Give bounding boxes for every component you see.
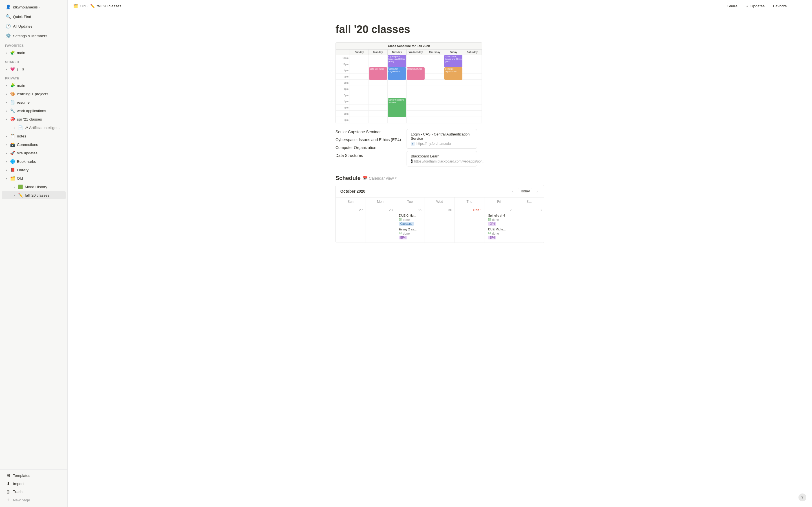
sidebar-item-mood-history[interactable]: ▸ 🟩 Mood History [2, 183, 66, 191]
expand-arrow-spr21[interactable]: ▾ [4, 117, 9, 122]
sidebar-item-library[interactable]: ▸ 📕 Library [2, 166, 66, 174]
sidebar-item-connections[interactable]: ▸ 🗃️ Connections [2, 140, 66, 149]
cal-cell-2[interactable]: 2 Spinello ch4 ☑ done EP4 DUE Midte... [485, 206, 514, 243]
expand-arrow-notes[interactable]: ▸ [4, 133, 9, 138]
cell-wed-1: Data Structures [407, 67, 425, 73]
expand-arrow-old[interactable]: ▾ [4, 176, 9, 181]
expand-arrow-learning[interactable]: ▸ [4, 91, 9, 96]
essay-check: ☑ [399, 231, 402, 235]
sidebar-item-fall20-classes[interactable]: ▸ ✏️ fall '20 classes [2, 191, 66, 199]
expand-arrow-bookmarks[interactable]: ▸ [4, 159, 9, 164]
cal-event-spinello[interactable]: Spinello ch4 ☑ done EP4 [487, 213, 511, 226]
expand-arrow-connections[interactable]: ▸ [4, 142, 9, 147]
link-datastructs[interactable]: Data Structures [336, 153, 401, 158]
expand-arrow-main-private[interactable]: ▸ [4, 83, 9, 88]
sidebar-user[interactable]: 👤 idkwhojamesis ◦ [2, 3, 66, 11]
sidebar-item-resume[interactable]: ▸ 🗒️ resume [2, 98, 66, 106]
calendar-next-btn[interactable]: › [535, 188, 539, 194]
settings-label: Settings & Members [13, 34, 47, 38]
sidebar-item-quick-find[interactable]: 🔍 Quick Find [2, 12, 66, 21]
sidebar-item-spr21[interactable]: ▾ 🎯 spr '21 classes [2, 115, 66, 123]
resume-icon: 🗒️ [10, 100, 15, 105]
updates-button[interactable]: ✓ Updates [744, 3, 767, 9]
cal-cell-3[interactable]: 3 [514, 206, 544, 243]
sidebar-item-j-plus-s[interactable]: ▸ 💗 j + s [2, 65, 66, 73]
cell-sun-2 [350, 73, 369, 80]
cal-cell-28[interactable]: 28 [365, 206, 395, 243]
cal-cell-29[interactable]: 29 DUE Critiq... ☑ done Capstone Essay 2… [395, 206, 425, 243]
cell-thu-7 [425, 105, 444, 111]
expand-arrow-resume[interactable]: ▸ [4, 100, 9, 105]
expand-arrow-fall20[interactable]: ▸ [12, 193, 17, 198]
cal-event-essay[interactable]: Essay 2 as... ☑ done EP4 [398, 227, 422, 240]
trash-icon: 🗑 [5, 489, 11, 494]
cal-cell-oct1[interactable]: Oct 1 [455, 206, 485, 243]
cal-cell-27[interactable]: 27 [336, 206, 365, 243]
link-cyberspace[interactable]: Cyberspace: Issues and Ethics (EP4) [336, 137, 401, 143]
sidebar-item-settings[interactable]: ⚙️ Settings & Members [2, 31, 66, 40]
sidebar-item-notes[interactable]: ▸ 📋 notes [2, 132, 66, 140]
cell-thu-11 [425, 55, 444, 61]
expand-arrow-ai[interactable]: ▸ [12, 125, 17, 130]
expand-arrow-site-updates[interactable]: ▸ [4, 151, 9, 156]
sidebar-item-ai[interactable]: ▸ 📄 ↗ Artificial Intellige... [2, 124, 66, 131]
expand-arrow-work[interactable]: ▸ [4, 108, 9, 113]
cal-header-sat: Sat [514, 198, 544, 206]
cell-thu-5 [425, 92, 444, 98]
calendar-prev-btn[interactable]: ‹ [511, 188, 515, 194]
calendar-today-btn[interactable]: Today [518, 188, 532, 194]
calendar-view-selector[interactable]: 📅 Calendar view ▾ [363, 176, 397, 180]
more-button[interactable]: ... [793, 3, 801, 9]
event-datastructs-mon[interactable]: Data Structures [369, 67, 387, 80]
main-fav-icon: 🧩 [10, 50, 15, 55]
sidebar-item-import[interactable]: ⬇ Import [2, 480, 66, 488]
sidebar-item-learning-projects[interactable]: ▸ 🎨 learning + projects [2, 90, 66, 98]
link-comporg[interactable]: Computer Organization [336, 145, 401, 151]
cell-thu-4 [425, 86, 444, 92]
sidebar-item-work-applications[interactable]: ▸ 🔧 work applications [2, 107, 66, 115]
schedule-header: Schedule 📅 Calendar view ▾ [336, 175, 544, 181]
expand-arrow-mood[interactable]: ▸ [12, 184, 17, 189]
favorite-label: Favorite [773, 4, 787, 8]
cal-event-critique[interactable]: DUE Critiq... ☑ done Capstone [398, 213, 422, 226]
event-comporg-fri[interactable]: Computer Organization [444, 67, 462, 80]
calendar-icon: 📅 [363, 176, 368, 180]
event-comporg-tue[interactable]: Computer Organization [388, 67, 406, 80]
sidebar-item-bookmarks[interactable]: ▸ 🌐 Bookmarks [2, 158, 66, 165]
new-page-button[interactable]: + New page [2, 496, 66, 504]
event-cyberspace-tue[interactable]: Cyberspace, Issues and Ethics (EP4) [388, 55, 406, 67]
help-button[interactable]: ? [799, 494, 806, 501]
cell-tue-4 [388, 86, 407, 92]
site-updates-icon: 🚀 [10, 150, 15, 156]
sidebar-item-site-updates[interactable]: ▸ 🚀 site updates [2, 149, 66, 157]
learning-label: learning + projects [17, 92, 63, 96]
site-updates-label: site updates [17, 151, 63, 155]
sidebar-item-templates[interactable]: ⊞ Templates [2, 471, 66, 480]
cal-cell-30[interactable]: 30 [425, 206, 455, 243]
favorite-button[interactable]: Favorite [771, 3, 789, 9]
updates-label: Updates [751, 4, 765, 8]
cal-event-midterm[interactable]: DUE Midte... ☑ done EP4 [487, 227, 511, 240]
link-card-blackboard[interactable]: Blackboard Learn B https://fordham.black… [407, 151, 477, 166]
user-icon: 👤 [5, 4, 11, 10]
section-favorites: Favorites [0, 41, 67, 48]
breadcrumb-parent[interactable]: Old [80, 4, 86, 8]
time-12pm: 12pm [336, 61, 350, 67]
sidebar-item-trash[interactable]: 🗑 Trash [2, 488, 66, 496]
sidebar-item-main-fav[interactable]: ▸ 🧩 main [2, 49, 66, 57]
event-cyberspace-fri[interactable]: Cyberspace, Issues and Ethics (EP4) [444, 55, 462, 67]
user-chevron: ◦ [39, 5, 40, 9]
share-button[interactable]: Share [725, 3, 740, 9]
expand-arrow-main-fav[interactable]: ▸ [4, 50, 9, 55]
event-datastructs-wed[interactable]: Data Structures [407, 67, 425, 80]
sidebar-item-old[interactable]: ▾ 🗂️ Old [2, 174, 66, 182]
cell-sun-8 [350, 111, 369, 117]
expand-arrow-library[interactable]: ▸ [4, 167, 9, 172]
event-capstone-tue[interactable]: Senior Capstone Seminar [388, 98, 406, 117]
link-card-fordham[interactable]: Login - CAS - Central Authentication Ser… [407, 129, 477, 149]
link-capstone[interactable]: Senior Capstone Seminar [336, 129, 401, 135]
cell-mon-12 [369, 61, 388, 67]
expand-arrow-shared[interactable]: ▸ [4, 66, 9, 71]
sidebar-item-main-private[interactable]: ▸ 🧩 main [2, 81, 66, 89]
sidebar-item-all-updates[interactable]: 🕐 All Updates [2, 22, 66, 31]
